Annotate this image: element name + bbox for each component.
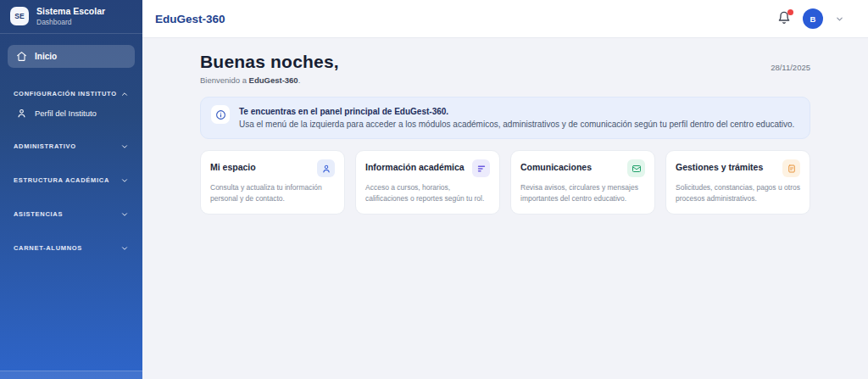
card-top: Información académica [365,159,490,177]
sidebar-section-label: ADMINISTRATIVO [14,142,76,150]
greeting-row: Buenas noches, Bienvenido a EduGest-360.… [200,52,810,85]
sidebar-section-header-configuracion[interactable]: CONFIGURACIÓN INSTITUTO [8,86,135,102]
user-icon [16,108,27,119]
sidebar-section-label: CONFIGURACIÓN INSTITUTO [14,90,117,98]
sidebar-brand-sub: Dashboard [36,18,105,27]
content-container: Buenas noches, Bienvenido a EduGest-360.… [200,38,810,215]
greeting-block: Buenas noches, Bienvenido a EduGest-360. [200,52,339,85]
card-top: Comunicaciones [520,159,645,177]
card-title: Mi espacio [210,159,256,172]
chevron-down-icon[interactable] [835,14,844,24]
sidebar-section-label: CARNET-ALUMNOS [14,244,82,252]
topbar-actions: B [777,8,844,29]
sidebar-brand: Sistema Escolar Dashboard [36,6,105,27]
current-date: 28/11/2025 [771,52,810,72]
chevron-down-icon [120,142,129,151]
app-logo: SE [10,7,29,25]
sidebar-section-header-administrativo[interactable]: ADMINISTRATIVO [8,139,135,154]
sidebar-nav: Inicio CONFIGURACIÓN INSTITUTO Perfil de… [0,34,142,371]
sidebar-section-header-estructura-academica[interactable]: ESTRUCTURA ACADÉMICA [8,173,135,188]
info-icon [215,109,226,120]
card-top: Mi espacio [210,159,335,177]
sidebar-section-configuracion: CONFIGURACIÓN INSTITUTO Perfil del Insti… [8,86,135,120]
page-title: Buenas noches, [200,52,339,72]
card-description: Revisa avisos, circulares y mensajes imp… [520,182,645,204]
module-cards: Mi espacio Consulta y actualiza tu infor… [200,150,810,215]
card-informacion-academica[interactable]: Información académica Acceso a cursos, h… [355,150,500,215]
card-title: Información académica [365,159,465,172]
sidebar-item-label: Perfil del Instituto [35,109,97,118]
sidebar-item-perfil-del-instituto[interactable]: Perfil del Instituto [8,102,135,120]
welcome-suffix: . [298,75,301,85]
sidebar-item-inicio[interactable]: Inicio [8,45,135,68]
welcome-prefix: Bienvenido a [200,75,249,85]
card-description: Acceso a cursos, horarios, calificacione… [365,182,490,204]
card-description: Solicitudes, constancias, pagos u otros … [676,182,800,204]
card-mi-espacio[interactable]: Mi espacio Consulta y actualiza tu infor… [200,150,345,215]
card-title: Comunicaciones [520,159,592,172]
home-icon [16,51,27,62]
welcome-text: Bienvenido a EduGest-360. [200,75,339,85]
info-banner-text: Te encuentras en el panel principal de E… [239,105,794,131]
sidebar-section-estructura-academica: ESTRUCTURA ACADÉMICA [8,173,135,188]
sidebar-scrollbar[interactable] [0,371,142,379]
document-icon [787,164,797,174]
sidebar-section-asistencias: ASISTENCIAS [8,207,135,222]
mail-icon [632,164,642,174]
card-icon-box [317,159,335,177]
card-icon-box [472,159,490,177]
welcome-brand: EduGest-360 [249,75,298,85]
card-icon-box [782,159,800,177]
sidebar-section-header-carnet-alumnos[interactable]: CARNET-ALUMNOS [8,241,135,256]
avatar[interactable]: B [803,8,823,29]
sidebar: SE Sistema Escolar Dashboard Inicio CONF… [0,0,142,379]
sidebar-brand-name: Sistema Escolar [36,6,105,18]
info-banner-title: Te encuentras en el panel principal de E… [239,105,794,118]
sidebar-section-administrativo: ADMINISTRATIVO [8,139,135,154]
card-description: Consulta y actualiza tu información pers… [210,182,335,204]
info-banner: Te encuentras en el panel principal de E… [200,97,810,139]
sidebar-section-label: ASISTENCIAS [14,210,63,218]
sidebar-section-header-asistencias[interactable]: ASISTENCIAS [8,207,135,222]
sidebar-section-label: ESTRUCTURA ACADÉMICA [14,176,109,184]
info-banner-subtitle: Usa el menú de la izquierda para acceder… [239,118,794,131]
sidebar-section-carnet-alumnos: CARNET-ALUMNOS [8,241,135,256]
chevron-down-icon [120,210,129,219]
card-gestiones-tramites[interactable]: Gestiones y trámites Solicitudes, consta… [665,150,810,215]
chevron-up-icon [120,90,129,98]
bars-icon [476,164,487,174]
chevron-down-icon [120,244,129,253]
card-title: Gestiones y trámites [676,159,763,172]
notification-badge [787,9,793,15]
info-icon-box [211,105,230,124]
user-icon [321,164,331,174]
card-icon-box [627,159,645,177]
main-content: Buenas noches, Bienvenido a EduGest-360.… [142,38,868,379]
topbar-brand: EduGest-360 [155,13,225,25]
card-comunicaciones[interactable]: Comunicaciones Revisa avisos, circulares… [510,150,655,215]
notifications-button[interactable] [777,11,791,26]
sidebar-header: SE Sistema Escolar Dashboard [0,0,142,34]
chevron-down-icon [120,176,129,185]
sidebar-item-label: Inicio [35,52,57,61]
topbar: EduGest-360 B [142,0,868,38]
card-top: Gestiones y trámites [676,159,800,177]
